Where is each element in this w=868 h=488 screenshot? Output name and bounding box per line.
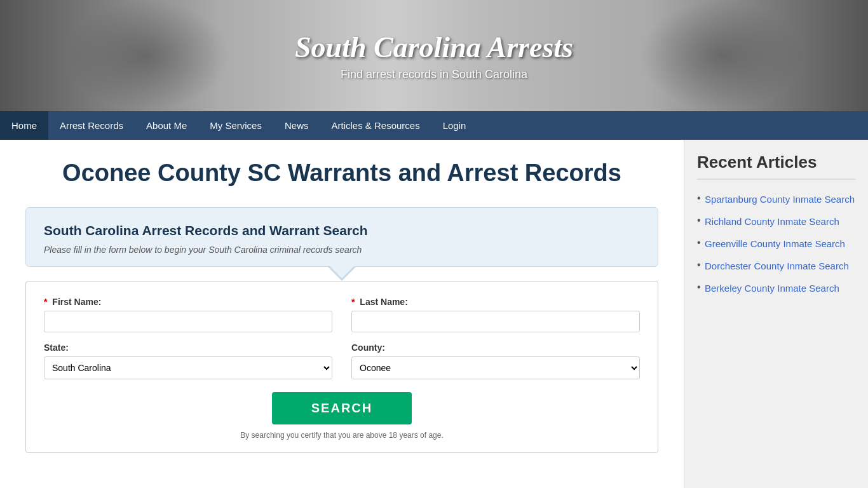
sidebar-title: Recent Articles <box>697 152 855 180</box>
header-hands-right-image <box>639 0 804 111</box>
sidebar-article-list: Spartanburg County Inmate Search Richlan… <box>697 193 855 295</box>
first-name-label: * First Name: <box>44 297 332 307</box>
county-label: County: <box>351 342 640 353</box>
list-item: Spartanburg County Inmate Search <box>697 193 855 206</box>
sidebar-link-richland[interactable]: Richland County Inmate Search <box>705 216 839 227</box>
search-header-box: South Carolina Arrest Records and Warran… <box>25 207 658 267</box>
page-wrapper: Oconee County SC Warrants and Arrest Rec… <box>0 140 868 488</box>
search-box-title: South Carolina Arrest Records and Warran… <box>44 223 640 238</box>
state-select[interactable]: South Carolina Alabama Alaska Arizona Ar… <box>44 356 332 379</box>
site-subtitle: Find arrest records in South Carolina <box>341 68 527 81</box>
search-button[interactable]: SEARCH <box>272 392 412 424</box>
search-triangle <box>328 267 356 281</box>
county-select[interactable]: Oconee Abbeville Aiken Allendale Anderso… <box>351 356 640 379</box>
nav-item-arrest-records[interactable]: Arrest Records <box>48 111 135 140</box>
last-name-required-star: * <box>351 297 355 307</box>
search-form-container: * First Name: * Last Name: State: <box>25 281 658 453</box>
main-content: Oconee County SC Warrants and Arrest Rec… <box>0 140 684 488</box>
sidebar-link-greenville[interactable]: Greenville County Inmate Search <box>705 238 845 249</box>
last-name-input[interactable] <box>351 311 640 332</box>
first-name-input[interactable] <box>44 311 332 332</box>
nav-item-my-services[interactable]: My Services <box>198 111 273 140</box>
sidebar-link-berkeley[interactable]: Berkeley County Inmate Search <box>705 283 839 294</box>
location-row: State: South Carolina Alabama Alaska Ari… <box>44 342 640 379</box>
first-name-required-star: * <box>44 297 47 307</box>
sidebar: Recent Articles Spartanburg County Inmat… <box>684 140 868 488</box>
site-title: South Carolina Arrests <box>295 30 573 64</box>
state-label: State: <box>44 342 332 353</box>
certify-text: By searching you certify that you are ab… <box>44 431 640 440</box>
header-hands-left-image <box>64 0 229 111</box>
name-row: * First Name: * Last Name: <box>44 297 640 332</box>
list-item: Greenville County Inmate Search <box>697 237 855 250</box>
site-header: South Carolina Arrests Find arrest recor… <box>0 0 868 111</box>
first-name-group: * First Name: <box>44 297 332 332</box>
nav-item-login[interactable]: Login <box>431 111 478 140</box>
county-group: County: Oconee Abbeville Aiken Allendale… <box>351 342 640 379</box>
nav-item-news[interactable]: News <box>273 111 320 140</box>
sidebar-link-spartanburg[interactable]: Spartanburg County Inmate Search <box>705 194 855 205</box>
last-name-label: * Last Name: <box>351 297 640 307</box>
list-item: Berkeley County Inmate Search <box>697 281 855 295</box>
list-item: Richland County Inmate Search <box>697 215 855 228</box>
state-group: State: South Carolina Alabama Alaska Ari… <box>44 342 332 379</box>
main-nav: Home Arrest Records About Me My Services… <box>0 111 868 140</box>
last-name-group: * Last Name: <box>351 297 640 332</box>
nav-item-articles[interactable]: Articles & Resources <box>320 111 431 140</box>
list-item: Dorchester County Inmate Search <box>697 259 855 273</box>
nav-item-home[interactable]: Home <box>0 111 48 140</box>
nav-item-about-me[interactable]: About Me <box>135 111 198 140</box>
search-box-subtitle: Please fill in the form below to begin y… <box>44 245 640 255</box>
sidebar-link-dorchester[interactable]: Dorchester County Inmate Search <box>705 261 849 271</box>
page-title: Oconee County SC Warrants and Arrest Rec… <box>25 159 658 188</box>
